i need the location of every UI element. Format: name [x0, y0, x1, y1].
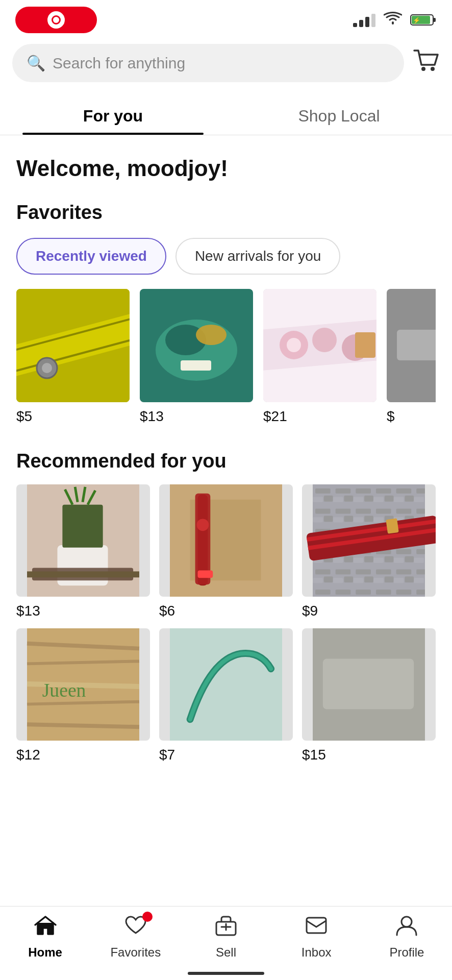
- main-tabs: For you Shop Local: [0, 94, 452, 135]
- svg-rect-40: [198, 570, 213, 578]
- svg-rect-58: [170, 628, 282, 741]
- svg-rect-23: [355, 332, 375, 358]
- status-indicators: ⚡: [353, 11, 437, 29]
- rec-item-4[interactable]: Jueen $12: [16, 628, 150, 763]
- search-bar[interactable]: 🔍 Search for anything: [12, 44, 404, 82]
- rec-price-3: $9: [302, 603, 436, 619]
- sell-icon: [214, 915, 238, 941]
- favorite-item-1[interactable]: $5: [16, 289, 130, 425]
- rec-item-6[interactable]: $15: [302, 628, 436, 763]
- battery-icon: ⚡: [410, 13, 437, 27]
- rec-product-image-4: Jueen: [16, 628, 150, 741]
- rec-price-6: $15: [302, 747, 436, 763]
- product-price-2: $13: [140, 408, 253, 425]
- profile-icon: [395, 915, 418, 941]
- favorites-title: Favorites: [16, 202, 436, 224]
- svg-text:Jueen: Jueen: [42, 679, 86, 701]
- filter-pills: Recently viewed New arrivals for you: [16, 238, 436, 275]
- pill-new-arrivals[interactable]: New arrivals for you: [175, 238, 340, 275]
- recommended-section: Recommended for you: [0, 435, 452, 768]
- nav-home[interactable]: Home: [0, 915, 90, 960]
- svg-point-21: [312, 328, 337, 352]
- pill-recently-viewed[interactable]: Recently viewed: [16, 238, 166, 275]
- bottom-nav: Home Favorites Sell Inbox: [0, 906, 452, 980]
- favorites-section: Favorites Recently viewed New arrivals f…: [0, 191, 452, 435]
- search-container: 🔍 Search for anything: [0, 36, 452, 90]
- product-price-1: $5: [16, 408, 130, 425]
- rec-price-5: $7: [159, 747, 293, 763]
- svg-point-39: [197, 519, 209, 531]
- tab-shop-local[interactable]: Shop Local: [226, 94, 452, 135]
- recommended-grid: $13 $6: [0, 484, 452, 763]
- logo-dot: [53, 17, 59, 23]
- svg-rect-1: [433, 18, 436, 22]
- svg-rect-28: [62, 505, 103, 548]
- favorites-badge: [142, 912, 153, 922]
- rec-product-image-1: [16, 484, 150, 597]
- svg-point-15: [196, 325, 227, 345]
- cart-icon[interactable]: [412, 48, 440, 78]
- svg-point-4: [421, 67, 425, 71]
- nav-profile[interactable]: Profile: [362, 915, 452, 960]
- app-logo: [15, 7, 97, 33]
- tab-for-you[interactable]: For you: [0, 94, 226, 135]
- nav-sell[interactable]: Sell: [181, 915, 271, 960]
- svg-rect-50: [386, 518, 398, 534]
- rec-item-3[interactable]: $9: [302, 484, 436, 619]
- rec-price-1: $13: [16, 603, 150, 619]
- welcome-section: Welcome, moodjoy!: [0, 135, 452, 191]
- product-price-3: $21: [263, 408, 376, 425]
- page-content: 🔍 Search for anything For you Shop Local…: [0, 36, 452, 850]
- favorite-item-3[interactable]: $21: [263, 289, 376, 425]
- svg-point-11: [42, 363, 52, 373]
- nav-home-label: Home: [28, 945, 62, 960]
- home-icon: [34, 915, 57, 941]
- svg-point-20: [287, 338, 301, 352]
- rec-price-4: $12: [16, 747, 150, 763]
- rec-price-2: $6: [159, 603, 293, 619]
- wifi-icon: [384, 11, 402, 29]
- recommended-title: Recommended for you: [0, 450, 452, 472]
- home-indicator: [188, 972, 264, 975]
- svg-rect-64: [307, 918, 326, 933]
- rec-product-image-6: [302, 628, 436, 741]
- svg-line-56: [27, 724, 139, 727]
- product-image-2: [140, 289, 253, 402]
- logo-ring: [47, 11, 65, 29]
- rec-product-image-2: [159, 484, 293, 597]
- product-price-4: $: [387, 408, 436, 425]
- nav-inbox[interactable]: Inbox: [271, 915, 362, 960]
- rec-item-1[interactable]: $13: [16, 484, 150, 619]
- signal-icon: [353, 13, 375, 27]
- nav-sell-label: Sell: [216, 945, 236, 960]
- favorite-item-4[interactable]: $: [387, 289, 436, 425]
- nav-favorites-label: Favorites: [110, 945, 161, 960]
- favorites-product-row: $5 $13: [16, 289, 436, 430]
- svg-point-5: [431, 67, 435, 71]
- welcome-greeting: Welcome, moodjoy!: [16, 156, 436, 181]
- svg-point-65: [401, 917, 412, 927]
- rec-product-image-3: [302, 484, 436, 597]
- svg-rect-16: [181, 360, 211, 371]
- favorite-item-2[interactable]: $13: [140, 289, 253, 425]
- product-image-3: [263, 289, 376, 402]
- nav-favorites[interactable]: Favorites: [90, 915, 181, 960]
- rec-item-2[interactable]: $6: [159, 484, 293, 619]
- rec-item-5[interactable]: $7: [159, 628, 293, 763]
- nav-profile-label: Profile: [389, 945, 424, 960]
- status-bar: ⚡: [0, 0, 452, 36]
- inbox-icon: [305, 915, 328, 941]
- svg-rect-25: [397, 330, 436, 360]
- svg-rect-34: [27, 571, 139, 577]
- search-placeholder: Search for anything: [53, 55, 185, 72]
- favorites-icon: [124, 915, 147, 941]
- svg-text:⚡: ⚡: [413, 16, 420, 24]
- product-image-4: [387, 289, 436, 402]
- svg-rect-60: [323, 658, 414, 709]
- product-image-1: [16, 289, 130, 402]
- search-icon: 🔍: [27, 54, 45, 72]
- rec-product-image-5: [159, 628, 293, 741]
- nav-inbox-label: Inbox: [302, 945, 332, 960]
